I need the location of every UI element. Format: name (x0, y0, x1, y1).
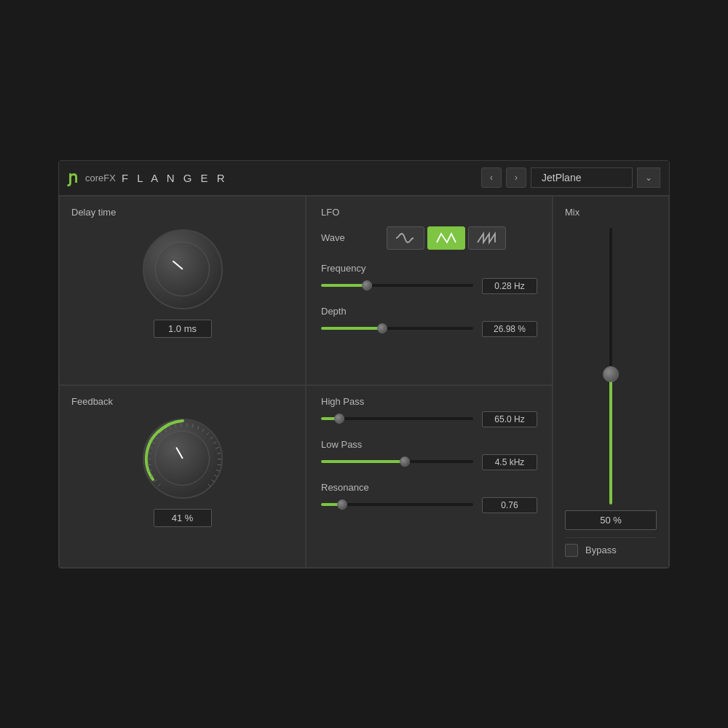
wave-section: Wave (321, 226, 537, 250)
resonance-value[interactable]: 0.76 (482, 497, 537, 513)
svg-line-39 (149, 447, 153, 448)
bypass-label: Bypass (585, 545, 617, 555)
resonance-slider[interactable] (321, 503, 473, 507)
svg-line-57 (217, 464, 221, 465)
logo-icon: ɲ (68, 168, 78, 187)
preset-dropdown-button[interactable]: ⌄ (637, 167, 660, 188)
svg-line-43 (164, 429, 166, 432)
delay-time-title: Delay time (71, 207, 116, 218)
svg-line-44 (169, 426, 170, 430)
depth-label: Depth (321, 306, 537, 317)
feedback-title: Feedback (71, 396, 113, 407)
depth-value[interactable]: 26.98 % (482, 321, 537, 337)
delay-knob-outer (143, 229, 223, 309)
frequency-slider[interactable] (321, 284, 473, 288)
svg-line-33 (154, 479, 157, 481)
depth-slider[interactable] (321, 327, 473, 331)
svg-line-60 (211, 479, 214, 481)
svg-line-45 (175, 424, 175, 427)
high-pass-control: 65.0 Hz (321, 411, 537, 427)
depth-control: 26.98 % (321, 321, 537, 337)
delay-time-value[interactable]: 1.0 ms (154, 320, 212, 338)
resonance-row: Resonance 0.76 (321, 482, 537, 513)
low-pass-row: Low Pass 4.5 kHz (321, 439, 537, 470)
plugin-container: ɲ coreFX F L A N G E R ‹ › JetPlane ⌄ De… (58, 160, 670, 569)
low-pass-value[interactable]: 4.5 kHz (482, 454, 537, 470)
svg-line-32 (157, 483, 160, 486)
high-pass-label: High Pass (321, 396, 537, 407)
feedback-knob-container: 41 % (143, 419, 223, 527)
lfo-title: LFO (321, 207, 537, 218)
svg-line-41 (155, 437, 158, 439)
high-pass-slider[interactable] (321, 417, 473, 422)
lfo-panel: LFO Wave (306, 196, 553, 385)
svg-line-61 (207, 483, 210, 486)
brand-name: coreFX (85, 173, 116, 183)
feedback-panel: Feedback 41 % (59, 385, 306, 568)
svg-line-52 (210, 437, 213, 439)
svg-line-40 (151, 441, 154, 443)
frequency-label: Frequency (321, 263, 537, 274)
depth-row: Depth 26.98 % (321, 306, 537, 337)
feedback-knob-outer (143, 419, 223, 499)
frequency-row: Frequency 0.28 Hz (321, 263, 537, 294)
low-pass-label: Low Pass (321, 439, 537, 450)
svg-line-50 (202, 429, 204, 432)
svg-line-55 (217, 453, 221, 454)
svg-line-38 (147, 453, 151, 454)
svg-line-49 (197, 426, 199, 430)
high-pass-row: High Pass 65.0 Hz (321, 396, 537, 427)
svg-line-35 (149, 470, 152, 470)
preset-name: JetPlane (531, 167, 633, 188)
preset-nav: ‹ › JetPlane ⌄ (481, 167, 660, 188)
feedback-knob[interactable] (143, 419, 223, 499)
svg-line-36 (147, 464, 151, 465)
mix-slider-thumb[interactable] (603, 366, 619, 382)
filter-panel: High Pass 65.0 Hz Low Pass (306, 385, 553, 568)
svg-line-54 (215, 447, 219, 448)
frequency-control: 0.28 Hz (321, 278, 537, 294)
bypass-checkbox[interactable] (565, 544, 578, 557)
wave-triangle-button[interactable] (427, 226, 465, 250)
delay-time-panel: Delay time // We'll do ticks via SVG in … (59, 196, 306, 385)
feedback-knob-indicator (175, 446, 183, 459)
next-preset-button[interactable]: › (506, 167, 526, 188)
svg-line-48 (192, 424, 193, 427)
svg-line-42 (159, 432, 161, 435)
mix-panel: Mix 50 % Bypass (553, 196, 669, 568)
resonance-label: Resonance (321, 482, 537, 493)
plugin-title: F L A N G E R (122, 172, 228, 184)
wave-buttons (387, 226, 506, 250)
wave-sine-button[interactable] (387, 226, 424, 250)
svg-line-53 (213, 441, 216, 443)
feedback-knob-inner (155, 431, 210, 486)
prev-preset-button[interactable]: ‹ (481, 167, 502, 188)
delay-knob-inner (155, 242, 210, 296)
mix-value[interactable]: 50 % (565, 510, 657, 530)
low-pass-control: 4.5 kHz (321, 454, 537, 470)
wave-sawtooth-button[interactable] (468, 226, 506, 250)
svg-line-59 (214, 475, 217, 476)
svg-line-34 (151, 475, 154, 476)
feedback-value[interactable]: 41 % (154, 509, 212, 527)
mix-title: Mix (565, 207, 657, 218)
svg-line-51 (206, 432, 208, 435)
mix-slider-fill (609, 366, 612, 505)
header: ɲ coreFX F L A N G E R ‹ › JetPlane ⌄ (59, 161, 669, 196)
frequency-value[interactable]: 0.28 Hz (482, 278, 537, 294)
delay-knob-container: // We'll do ticks via SVG in template (143, 229, 223, 338)
low-pass-slider[interactable] (321, 460, 473, 464)
wave-label: Wave (321, 232, 387, 243)
bypass-section: Bypass (565, 537, 657, 557)
main-grid: Delay time // We'll do ticks via SVG in … (59, 196, 669, 568)
resonance-control: 0.76 (321, 497, 537, 513)
delay-knob-indicator (172, 260, 183, 269)
svg-line-58 (215, 470, 219, 470)
delay-knob[interactable]: // We'll do ticks via SVG in template (143, 229, 223, 309)
high-pass-value[interactable]: 65.0 Hz (482, 411, 537, 427)
